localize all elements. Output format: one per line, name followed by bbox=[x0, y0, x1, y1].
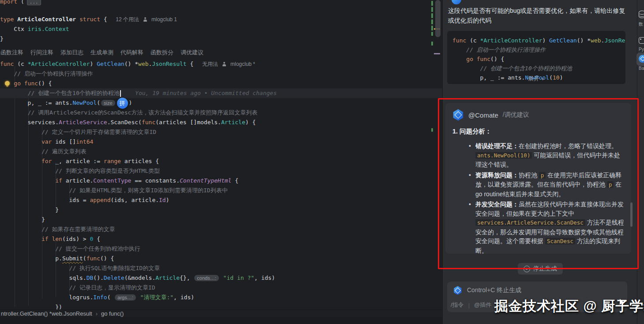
code-token: range bbox=[104, 158, 121, 164]
inline-code: p bbox=[539, 172, 546, 179]
quoted-code-line: func (c *ArticleController) GetClean() *… bbox=[452, 36, 620, 45]
code-line[interactable]: // 判断文章的内容类型是否为HTML类型 bbox=[0, 166, 442, 176]
code-line[interactable]: // 调用ArticleService的ScanDesc方法，该方法会扫描文章并… bbox=[0, 108, 442, 118]
quoted-code-line: // 创建一个包含10个协程的协程池 bbox=[452, 64, 620, 73]
stop-generating-button[interactable]: 停止生成 bbox=[518, 263, 563, 274]
code-line[interactable]: p.Submit(func() { bbox=[0, 254, 442, 263]
answer-bullet-item: 错误处理不足：在创建协程池时，忽略了错误处理。ants.NewPool(10) … bbox=[475, 141, 624, 169]
code-token: // 记录日志，显示清理的文章ID bbox=[69, 284, 155, 291]
quoted-code-line: go func() { bbox=[452, 54, 620, 64]
code-token bbox=[452, 46, 466, 53]
code-line[interactable]: } bbox=[0, 205, 442, 215]
folded-code-badge[interactable]: ... bbox=[27, 0, 41, 5]
input-action[interactable]: /指令 bbox=[451, 301, 464, 309]
answer-bullet-item: 并发安全问题：虽然在这段代码中并未直接体现出并发安全问题，但如果在更大的上下文中… bbox=[475, 200, 624, 254]
code-token: Ctx bbox=[0, 26, 28, 32]
answer-text: 资源释放问题： bbox=[475, 172, 519, 179]
code-token: ContentType bbox=[93, 177, 131, 184]
code-token: .ScanDesc( bbox=[107, 119, 142, 126]
code-token: NewPool bbox=[72, 99, 97, 106]
sidebar-item-Pyt[interactable]: Pyt bbox=[639, 37, 644, 52]
code-token bbox=[452, 65, 480, 72]
code-token: == constants. bbox=[131, 177, 180, 184]
code-editor[interactable]: 函数注释行间注释添加日志生成单测代码解释函数拆分调优建议 mport (...t… bbox=[0, 0, 442, 324]
code-token: append bbox=[90, 197, 111, 203]
code-token: { bbox=[231, 177, 238, 184]
code-line[interactable]: var ids []int64 bbox=[0, 137, 442, 147]
code-token: () { bbox=[38, 80, 52, 87]
code-token: type bbox=[0, 16, 14, 23]
expand-code-button[interactable]: 展开▼ bbox=[447, 75, 625, 83]
code-line[interactable]: sqls.DB().Delete(&models.Article{}, cond… bbox=[0, 273, 442, 283]
author-icon bbox=[143, 17, 147, 22]
code-line[interactable]: func (c *ArticleController) GetClean() *… bbox=[0, 59, 442, 69]
code-line[interactable]: if article.ContentType == constants.Cont… bbox=[0, 176, 442, 186]
code-lens-action[interactable]: 函数注释 bbox=[0, 49, 23, 56]
code-lens-action[interactable]: 调优建议 bbox=[181, 49, 203, 56]
code-line[interactable]: // 提交一个任务到协程池中执行 bbox=[0, 244, 442, 254]
code-line[interactable]: // 遍历文章列表 bbox=[0, 147, 442, 156]
usage-annotation[interactable]: mlogclub * bbox=[230, 61, 255, 67]
code-token bbox=[452, 56, 466, 62]
code-line[interactable]: logrus.Info( args…: "清理文章:", ids) bbox=[0, 293, 442, 302]
code-line[interactable]: if len(ids) > 0 { bbox=[0, 234, 442, 244]
breadcrumb-item-closure[interactable]: go func() bbox=[101, 310, 124, 317]
inline-code: ScanDesc bbox=[545, 238, 575, 244]
sidebar-item-数[interactable]: 数 bbox=[639, 11, 644, 27]
answer-text: 协程池 bbox=[519, 172, 539, 179]
answer-header: @Comate /调优建议 bbox=[452, 109, 624, 121]
usage-annotation[interactable]: mlogclub 1 bbox=[151, 16, 177, 23]
code-token bbox=[0, 177, 55, 184]
breadcrumb: ntroller.GetClean() *web.JsonResult›go f… bbox=[0, 309, 442, 317]
code-line[interactable]: ids = append(ids, article.Id) bbox=[0, 195, 442, 205]
code-token: ( bbox=[107, 294, 114, 301]
code-line[interactable]: type ArticleController struct { 12 个用法ml… bbox=[0, 15, 442, 24]
code-line[interactable]: } bbox=[0, 215, 442, 225]
code-token: { bbox=[100, 16, 114, 23]
code-line[interactable]: Ctx iris.Context bbox=[0, 24, 442, 34]
sidebar-item-Bai[interactable]: Bai bbox=[639, 55, 644, 71]
code-token: (). bbox=[93, 274, 103, 281]
code-line[interactable]: } bbox=[0, 34, 442, 44]
code-lens-action[interactable]: 代码解释 bbox=[121, 49, 143, 56]
code-line[interactable]: // 执行SQL语句删除指定ID的文章 bbox=[0, 263, 442, 273]
code-token: Info bbox=[93, 294, 107, 301]
code-line[interactable]: // 记录日志，显示清理的文章ID bbox=[0, 283, 442, 293]
code-token: // 判断文章的内容类型是否为HTML类型 bbox=[55, 168, 160, 174]
separator: | bbox=[468, 302, 470, 309]
code-line[interactable]: // 如果是HTML类型，则将文章ID添加到需要清理的ID列表中 bbox=[0, 186, 442, 195]
input-action[interactable]: @插件 bbox=[474, 301, 491, 309]
breadcrumb-item-function[interactable]: ntroller.GetClean() *web.JsonResult bbox=[1, 310, 92, 317]
code-token: (ids) > bbox=[62, 236, 90, 242]
code-token: // 如果存在需要清理的文章 bbox=[41, 226, 115, 233]
comate-logo-icon bbox=[453, 286, 462, 295]
code-line[interactable]: // 启动一个协程执行清理操作 bbox=[0, 69, 442, 79]
code-line[interactable]: mport (... bbox=[0, 0, 442, 7]
author-icon bbox=[222, 62, 226, 66]
usage-annotation[interactable]: 无用法 bbox=[202, 61, 218, 67]
code-token: () { bbox=[490, 56, 504, 62]
python-icon bbox=[639, 37, 644, 44]
code-lens-action[interactable]: 生成单测 bbox=[90, 49, 113, 56]
code-token: logrus. bbox=[0, 294, 93, 301]
code-token: } bbox=[0, 216, 45, 223]
code-lens-action[interactable]: 行间注释 bbox=[30, 49, 53, 56]
quickfix-bulb-icon[interactable] bbox=[5, 81, 10, 86]
code-lens-action[interactable]: 添加日志 bbox=[60, 49, 83, 56]
ime-pinyin-badge: 拼 bbox=[117, 98, 128, 109]
code-token: Article bbox=[221, 119, 245, 126]
code-token: JsonResult bbox=[152, 61, 186, 67]
code-line[interactable]: go func() { bbox=[0, 79, 442, 88]
panel-scrollbar[interactable] bbox=[630, 202, 633, 227]
code-line[interactable]: // 如果存在需要清理的文章 bbox=[0, 225, 442, 234]
usage-annotation[interactable]: 12 个用法 bbox=[116, 16, 139, 23]
code-token: { bbox=[187, 61, 200, 67]
code-line[interactable]: // 定义一个切片用于存储需要清理的文章ID bbox=[0, 127, 442, 137]
code-lens-action[interactable]: 函数拆分 bbox=[151, 49, 173, 56]
code-line[interactable]: for _, article := range articles { bbox=[0, 156, 442, 166]
code-line[interactable]: // 创建一个包含10个协程的协程池 You, 19 minutes ago •… bbox=[0, 88, 442, 98]
code-token: mport bbox=[0, 0, 17, 5]
comate-icon bbox=[639, 55, 644, 63]
code-line[interactable]: services.ArticleService.ScanDesc(func(ar… bbox=[0, 118, 442, 127]
code-line[interactable]: p, _ := ants.NewPool(size拼) bbox=[0, 98, 442, 108]
